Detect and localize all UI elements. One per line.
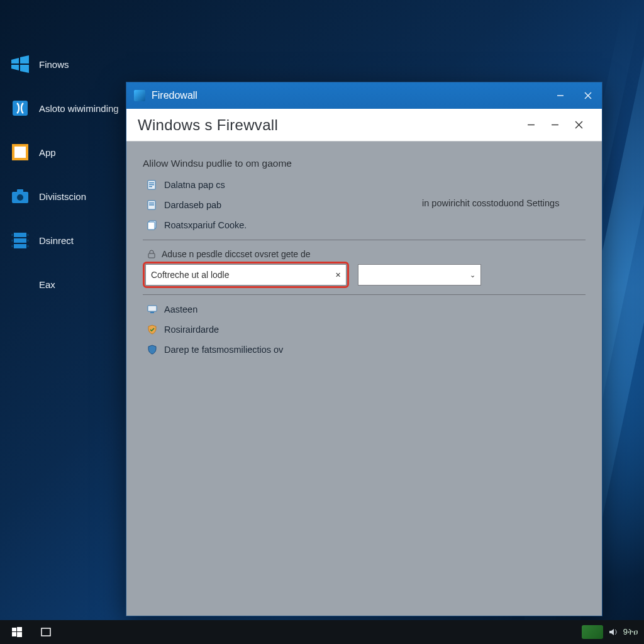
svg-rect-29 <box>149 186 152 187</box>
link-restore-cookie[interactable]: Roatsxpariuf Cooke. <box>147 219 586 231</box>
svg-rect-14 <box>27 234 29 236</box>
svg-rect-35 <box>148 253 155 258</box>
start-button[interactable] <box>4 620 30 644</box>
svg-rect-11 <box>14 238 26 243</box>
system-tray[interactable]: 9ትዐ <box>582 625 644 639</box>
window-body: Alilow Windsu pudlie to om gaome in powi… <box>126 142 602 616</box>
svg-rect-31 <box>149 203 154 204</box>
svg-rect-13 <box>11 234 13 236</box>
svg-point-9 <box>17 194 23 201</box>
ribbon-icon <box>10 98 30 118</box>
shield-icon <box>147 344 158 355</box>
shield-check-icon <box>147 324 158 335</box>
mode-dropdown[interactable]: Coftreche ut al lodle ✕ <box>145 264 347 286</box>
combo-label: Aduse n pesdle diccset ovsret gete de <box>162 249 311 259</box>
svg-rect-36 <box>148 306 157 311</box>
windows-logo-icon <box>10 54 30 74</box>
separator <box>143 240 586 240</box>
highlight-box: Coftreche ut al lodle ✕ <box>143 262 349 288</box>
svg-rect-15 <box>11 240 13 242</box>
shortcut-label: Eax <box>39 279 55 290</box>
section-title: Alilow Windsu pudlie to om gaome <box>143 158 586 169</box>
svg-marker-3 <box>20 65 29 73</box>
link-label: Darep te fatsmosmiliectios ov <box>164 345 283 355</box>
svg-rect-10 <box>14 233 26 237</box>
camera-icon <box>10 186 30 206</box>
shortcut-label: Dsinrect <box>39 235 74 246</box>
svg-rect-18 <box>27 245 29 247</box>
page-header: Windows s Firewvall <box>126 109 602 142</box>
header-minimize-button[interactable] <box>519 113 543 137</box>
window-titlebar[interactable]: Firedowall <box>126 82 602 109</box>
desktop-shortcut-dsinrect[interactable]: Dsinrect <box>10 230 119 250</box>
shortcut-label: App <box>39 147 56 158</box>
tray-app-icon[interactable] <box>582 625 603 639</box>
link-label: Dardaseb pab <box>164 200 221 210</box>
settings-label: in powirichit cosstoduond Settings <box>422 198 559 208</box>
desktop-shortcut-app[interactable]: App <box>10 142 119 162</box>
server-icon <box>10 230 30 250</box>
link-default-apps[interactable]: Dalatna pap cs <box>147 179 586 191</box>
desktop-shortcut-eax[interactable]: Eax <box>10 274 119 294</box>
shortcut-label: Diviistscion <box>39 191 86 202</box>
svg-rect-41 <box>17 632 22 637</box>
shortcut-label: Finows <box>39 59 69 70</box>
chevron-down-icon: ✕ <box>335 271 341 279</box>
svg-rect-4 <box>13 101 28 116</box>
separator <box>143 294 586 295</box>
link-label: Rosirairdarde <box>164 325 219 335</box>
link-restore-defaults[interactable]: Rosirairdarde <box>147 324 586 335</box>
svg-rect-34 <box>148 222 155 230</box>
svg-marker-2 <box>11 65 19 70</box>
page-title: Windows s Firewvall <box>138 116 519 134</box>
pages-icon <box>147 219 158 231</box>
firewall-window: Firedowall Windows s Firewvall Alilow Wi… <box>126 82 602 616</box>
desktop-shortcut-division[interactable]: Diviistscion <box>10 186 119 206</box>
secondary-dropdown[interactable]: ⌄ <box>358 264 481 286</box>
svg-rect-37 <box>150 312 154 313</box>
header-minimize-button-2[interactable] <box>543 113 567 137</box>
desktop-shortcut-finows[interactable]: Finows <box>10 54 119 74</box>
link-advanced[interactable]: Darep te fatsmosmiliectios ov <box>147 344 586 355</box>
svg-rect-40 <box>12 632 16 636</box>
svg-rect-28 <box>149 184 154 186</box>
app-icon <box>134 90 145 101</box>
volume-icon[interactable] <box>608 627 618 637</box>
svg-rect-6 <box>14 147 26 158</box>
svg-rect-32 <box>149 204 154 206</box>
desktop-shortcuts: Finows Asloto wiwiminding App Diviistsci… <box>10 54 119 294</box>
combo-label-row: Aduse n pesdle diccset ovsret gete de <box>147 249 586 259</box>
header-close-button[interactable] <box>567 113 591 137</box>
combo-row: Coftreche ut al lodle ✕ ⌄ <box>143 262 586 288</box>
svg-rect-8 <box>17 189 23 193</box>
desktop-shortcut-asloto[interactable]: Asloto wiwiminding <box>10 98 119 118</box>
app-tile-icon <box>10 142 30 162</box>
combo-value: Coftreche ut al lodle <box>151 270 230 280</box>
svg-rect-12 <box>14 244 26 248</box>
close-button[interactable] <box>574 82 602 109</box>
lock-icon <box>147 249 157 259</box>
window-title: Firedowall <box>152 90 197 101</box>
chevron-down-icon: ⌄ <box>470 271 475 279</box>
svg-marker-0 <box>11 58 19 64</box>
svg-rect-39 <box>17 627 22 631</box>
monitor-icon <box>147 304 158 315</box>
tray-clock[interactable]: 9ትዐ <box>623 627 638 637</box>
svg-marker-1 <box>20 55 29 64</box>
shortcut-label: Asloto wiwiminding <box>39 103 119 114</box>
link-label: Aasteen <box>164 304 197 314</box>
link-aasteen[interactable]: Aasteen <box>147 304 586 315</box>
link-label: Dalatna pap cs <box>164 180 225 190</box>
svg-rect-27 <box>149 182 154 184</box>
task-view-button[interactable] <box>33 620 59 644</box>
link-label: Roatsxpariuf Cooke. <box>164 220 247 230</box>
svg-rect-42 <box>42 628 50 636</box>
page-icon <box>147 179 158 191</box>
svg-rect-38 <box>12 628 16 631</box>
minimize-button[interactable] <box>547 82 574 109</box>
taskbar: 9ትዐ <box>0 620 644 644</box>
blank-icon <box>10 274 30 294</box>
svg-rect-16 <box>27 240 29 242</box>
svg-rect-17 <box>11 245 13 247</box>
page-icon <box>147 199 158 211</box>
